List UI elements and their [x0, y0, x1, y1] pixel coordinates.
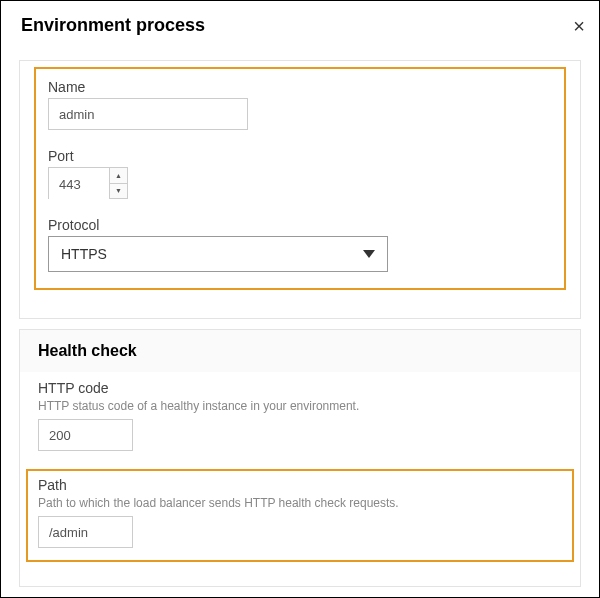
- process-fields-highlight: Name Port ▲ ▼: [34, 67, 566, 290]
- protocol-select[interactable]: HTTPS: [48, 236, 388, 272]
- path-label: Path: [38, 477, 562, 493]
- healthcheck-header: Health check: [20, 330, 580, 372]
- http-code-help: HTTP status code of a healthy instance i…: [38, 399, 562, 413]
- path-field: Path Path to which the load balancer sen…: [38, 477, 562, 548]
- protocol-field: Protocol HTTPS: [48, 217, 552, 272]
- port-step-down-icon[interactable]: ▼: [110, 184, 127, 199]
- port-input[interactable]: [49, 168, 109, 200]
- close-icon[interactable]: ×: [573, 16, 585, 36]
- http-code-field: HTTP code HTTP status code of a healthy …: [38, 380, 562, 451]
- port-input-wrap: ▲ ▼: [48, 167, 128, 199]
- healthcheck-title: Health check: [38, 342, 562, 360]
- protocol-label: Protocol: [48, 217, 552, 233]
- chevron-down-icon: [363, 250, 375, 258]
- port-label: Port: [48, 148, 552, 164]
- name-label: Name: [48, 79, 552, 95]
- protocol-value: HTTPS: [61, 246, 107, 262]
- name-input[interactable]: [48, 98, 248, 130]
- port-field: Port ▲ ▼: [48, 148, 552, 199]
- name-field: Name: [48, 79, 552, 130]
- process-panel: Name Port ▲ ▼: [19, 60, 581, 319]
- dialog-header: Environment process ×: [1, 1, 599, 50]
- dialog-scroll-area[interactable]: Environment process × Name Port: [1, 1, 599, 597]
- path-input[interactable]: [38, 516, 133, 548]
- path-help: Path to which the load balancer sends HT…: [38, 496, 562, 510]
- port-spinners: ▲ ▼: [109, 168, 127, 198]
- healthcheck-panel: Health check HTTP code HTTP status code …: [19, 329, 581, 587]
- dialog-title: Environment process: [21, 15, 205, 36]
- path-highlight: Path Path to which the load balancer sen…: [26, 469, 574, 562]
- port-step-up-icon[interactable]: ▲: [110, 168, 127, 184]
- http-code-label: HTTP code: [38, 380, 562, 396]
- http-code-input[interactable]: [38, 419, 133, 451]
